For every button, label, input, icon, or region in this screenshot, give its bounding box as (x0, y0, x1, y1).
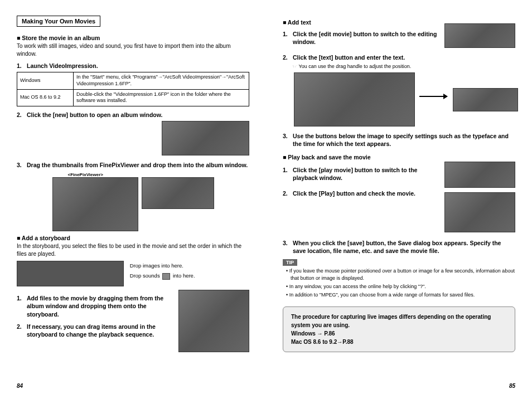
infobox-line2: Windows → P.86 (291, 329, 507, 338)
store-album-body: To work with still images, video and sou… (17, 42, 249, 57)
step-drag-thumbs: 3. Drag the thumbnails from FinePixViewe… (17, 161, 249, 169)
screenshot-finepixviewer (52, 177, 138, 231)
screenshot-text-window (294, 72, 415, 126)
addtext-note: ☞ You can use the drag handle to adjust … (293, 64, 515, 69)
playback-heading: ■ Play back and save the movie (283, 154, 515, 160)
infobox-line3: Mac OS 8.6 to 9.2→P.88 (291, 338, 507, 346)
screenshot-album-target (142, 177, 214, 209)
storyboard-bar-image (17, 261, 124, 286)
addtext-heading: ■ Add text (283, 19, 437, 26)
storyboard-heading: ■ Add a storyboard (17, 235, 249, 241)
section-heading: Making Your Own Movies (17, 16, 100, 27)
screenshot-play-movie (444, 162, 515, 188)
step-new-album: 2. Click the [new] button to open an alb… (17, 111, 249, 119)
infobox-line1: The procedure for capturing live images … (291, 313, 507, 329)
playback-steps: 1. Click the [play movie] button to swit… (283, 162, 515, 233)
page-number-left: 84 (17, 383, 23, 389)
screenshot-text-toolbar (453, 88, 518, 111)
screenshot-new-album (17, 121, 249, 157)
addtext-step-3: 3. Use the buttons below the image to sp… (283, 132, 515, 148)
cell-instr-mac: Double-click the "VideoImpression 1.6FP"… (74, 89, 249, 106)
screenshot-play-button (444, 192, 515, 232)
storyboard-body: In the storyboard, you select the files … (17, 242, 249, 257)
pb-step-3: 3. When you click the [save] button, the… (283, 239, 515, 255)
cell-os-mac: Mac OS 8.6 to 9.2 (17, 89, 74, 106)
label-drop-sounds: Drop sounds into here. (130, 273, 195, 279)
page-spread: Making Your Own Movies ■ Store the movie… (0, 0, 532, 399)
page-number-right: 85 (509, 383, 515, 389)
cell-instr-win: In the "Start" menu, click "Programs"→"A… (74, 72, 249, 89)
page-85: ■ Add text 1. Click the [edit movie] but… (266, 0, 532, 399)
sb-step-2: 2. If necessary, you can drag items arou… (17, 323, 171, 338)
tip-2: In any window, you can access the online… (291, 283, 515, 290)
storyboard-steps: 1. Add files to the movie by dragging th… (17, 290, 249, 353)
addtext-step-1: 1. Click the [edit movie] button to swit… (283, 30, 437, 46)
tip-3: In addition to "MPEG", you can choose fr… (291, 291, 515, 299)
live-capture-infobox: The procedure for capturing live images … (283, 306, 515, 352)
store-album-heading: ■ Store the movie in an album (17, 35, 249, 41)
sound-icon (162, 273, 170, 280)
screenshot-image (162, 121, 249, 155)
arrow-icon (419, 96, 447, 97)
label-drop-images: Drop images into here. (130, 262, 183, 269)
sb-step-1: 1. Add files to the movie by dragging th… (17, 294, 171, 318)
screenshot-storyboard-drag (178, 290, 249, 352)
finepix-drag-figure: <FinePixViewer> (52, 172, 214, 231)
cell-os-win: Windows (17, 72, 74, 89)
pb-step-1: 1. Click the [play movie] button to swit… (283, 166, 437, 182)
text-settings-figure (294, 72, 515, 126)
launch-table: Windows In the "Start" menu, click "Prog… (17, 72, 249, 106)
screenshot-edit-movie (444, 23, 515, 48)
tip-badge: TIP (283, 259, 297, 266)
addtext-step-2: 2. Click the [text] button and enter the… (283, 53, 515, 61)
addtext-row1: ■ Add text 1. Click the [edit movie] but… (283, 16, 515, 49)
tip-list: If you leave the mouse pointer positione… (291, 267, 515, 299)
page-84: Making Your Own Movies ■ Store the movie… (0, 0, 266, 399)
pb-step-2: 2. Click the [Play] button and check the… (283, 189, 437, 197)
storyboard-figure: Drop images into here. Drop sounds into … (17, 261, 249, 286)
tip-1: If you leave the mouse pointer positione… (291, 267, 515, 282)
step-launch: 1. Launch VideoImpression. (17, 62, 249, 70)
